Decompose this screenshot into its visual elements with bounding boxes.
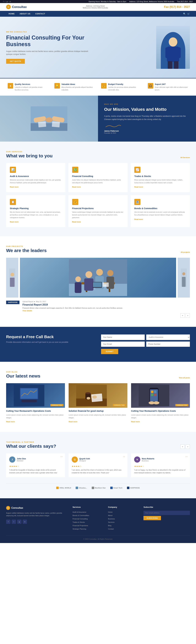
viral-world-icon [56, 487, 59, 489]
svg-point-10 [45, 117, 53, 122]
hero-section: WE'RE CONSULTAX Financial Consulting For… [0, 17, 196, 78]
news-image-2: Consulting [69, 383, 127, 408]
mission-label: WHO WE ARE [104, 103, 190, 105]
project-description: Praesent dictum vitae ornament and image… [22, 307, 123, 309]
audit-read-more[interactable]: Read more [10, 186, 18, 188]
site-header: C Consultax Address: 123 King Street Mel… [0, 3, 196, 11]
news-read-more-2[interactable]: Read more [69, 421, 77, 422]
social-links[interactable]: f t g+ in [3, 0, 11, 2]
latest-news-section: OUR BLOG Our latest news View all posts … [0, 362, 196, 432]
logo-text: Consultax [12, 5, 27, 9]
footer-google[interactable]: g [17, 520, 21, 524]
cart-icon[interactable]: 🛒 [187, 12, 190, 15]
bonds-read-more[interactable]: Read more [134, 218, 143, 220]
get-quote-button[interactable]: GET QUOTE [6, 59, 25, 64]
svg-point-0 [169, 38, 177, 46]
cta-email-input[interactable] [101, 342, 145, 347]
subscribe-email-input[interactable] [144, 511, 190, 515]
footer-twitter[interactable]: t [12, 520, 16, 524]
news-read-more-3[interactable]: Read more [131, 421, 140, 422]
news-title-3: Cutting Your Restaurant's Operations Cos… [131, 410, 190, 413]
cta-service-select[interactable]: Audit & Insurance [146, 334, 190, 340]
carousel-next-button[interactable]: › [186, 313, 190, 318]
svg-point-14 [10, 273, 14, 276]
testimonials-title: What our clients says? [6, 444, 56, 449]
all-services-link[interactable]: All Services [180, 156, 190, 158]
reviewer-2-name: Quynh Anh [79, 458, 90, 460]
svg-rect-12 [52, 121, 60, 127]
services-strip: ★ Quality Services Lobortis ut aliquet c… [0, 78, 196, 96]
reviewer-2-info: Quynh Anh Designer [79, 458, 90, 463]
planning-read-more[interactable]: Read more [10, 221, 18, 223]
budget-content: Budget Friendly Lacinia nis accumsa dolo… [108, 83, 142, 91]
footer-link-contact[interactable]: Contact [108, 528, 114, 530]
reviewer-3-text: 'I am so happy, my dear friend, so absor… [134, 469, 187, 474]
svg-point-54 [153, 401, 159, 404]
all-posts-link[interactable]: View all posts [179, 377, 190, 378]
cta-submit-button[interactable]: SUBMIT [101, 349, 118, 354]
reviewer-3-header: N Nora Roberts Business [134, 456, 187, 464]
footer-link-consulting[interactable]: Financial Consulting [73, 518, 88, 520]
consulting-title: Financial Consulting [72, 175, 124, 178]
footer-link-bonds[interactable]: Bonds & Commodities [73, 514, 89, 516]
project-view-details[interactable]: View details [22, 310, 32, 312]
nav-contact[interactable]: CONTACT [33, 11, 48, 17]
svg-rect-2 [165, 47, 169, 58]
footer-link-about[interactable]: About [108, 514, 112, 516]
partner-sarphisse: SARPHISSE [127, 487, 140, 489]
mission-section: WHO WE ARE Our Mission, Values and Motto… [0, 96, 196, 142]
svg-rect-28 [75, 282, 81, 293]
footer-linkedin[interactable]: in [23, 520, 27, 524]
footer-company-links: Home About Business Services Blog Contac… [108, 511, 139, 530]
footer-link-home[interactable]: Home [108, 511, 112, 513]
service-card-consulting: 💹 Financial Consulting Justo felius nis … [68, 163, 128, 192]
cta-name-input[interactable] [101, 334, 145, 340]
social-twitter[interactable]: t [5, 0, 5, 2]
news-title-2: Solution financial for good startup [69, 410, 127, 413]
ideas-title: Valuable Ideas [61, 83, 95, 85]
svg-rect-34 [182, 277, 186, 287]
news-read-more-1[interactable]: Read more [6, 421, 15, 422]
subscribe-button[interactable]: SUBSCRIBE [144, 516, 161, 520]
svg-rect-11 [38, 121, 46, 127]
cta-phone-input[interactable] [146, 342, 190, 347]
nav-about[interactable]: ABOUT US [17, 11, 33, 17]
svg-rect-22 [84, 278, 93, 291]
news-card-3: Consulting Cutting Your Restaurant's Ope… [131, 383, 190, 423]
social-linkedin[interactable]: in [10, 0, 11, 2]
consulting-read-more[interactable]: Read more [72, 186, 81, 188]
mission-image [0, 96, 98, 142]
news-desc-1: Lorem ipsum ornare aucta ornate adipisci… [6, 414, 65, 419]
support-icon: 🎧 [148, 83, 153, 88]
logo[interactable]: C Consultax [6, 4, 27, 9]
what-we-bring-title: What we bring to you [6, 153, 52, 158]
footer-facebook[interactable]: f [6, 520, 10, 524]
social-facebook[interactable]: f [3, 0, 3, 2]
svg-point-27 [75, 276, 81, 282]
news-title: Our latest news [6, 374, 40, 378]
social-google[interactable]: g+ [6, 0, 8, 2]
testimonials-next-button[interactable]: › [186, 444, 190, 449]
footer-link-blog[interactable]: Blog [108, 525, 111, 526]
testimonials-header: TESTIMONIAL & PARTNER What our clients s… [6, 441, 190, 449]
carousel-prev-button[interactable]: ‹ [180, 313, 185, 318]
svg-point-42 [85, 392, 91, 394]
svg-rect-31 [103, 282, 109, 287]
projections-read-more[interactable]: Read more [72, 221, 81, 223]
testimonials-prev-button[interactable]: ‹ [180, 444, 185, 449]
footer-link-services[interactable]: Services [108, 521, 114, 523]
svg-point-45 [87, 397, 90, 400]
search-icon[interactable]: 🔍 [183, 12, 186, 15]
svg-rect-38 [21, 400, 37, 402]
nav-home[interactable]: HOME [6, 11, 17, 17]
all-projects-link[interactable]: All projects [181, 251, 190, 253]
footer-link-business[interactable]: Business [108, 518, 115, 520]
service-card-planning: 📋 Strategic Planning Nis nis rhonco orci… [6, 195, 65, 227]
news-card-2: Consulting Solution financial for good s… [69, 383, 127, 423]
footer-link-planning[interactable]: Strategic Planning [73, 528, 86, 530]
footer-link-audit[interactable]: Audit & Assurance [73, 511, 86, 513]
footer-link-trades[interactable]: Trades & Stocks [73, 521, 85, 523]
support-content: Suport 24/7 Euan ultriculer eget nibh ni… [155, 83, 188, 91]
footer-link-projections[interactable]: Financial Projections [73, 525, 88, 526]
trades-read-more[interactable]: Read more [134, 186, 143, 188]
